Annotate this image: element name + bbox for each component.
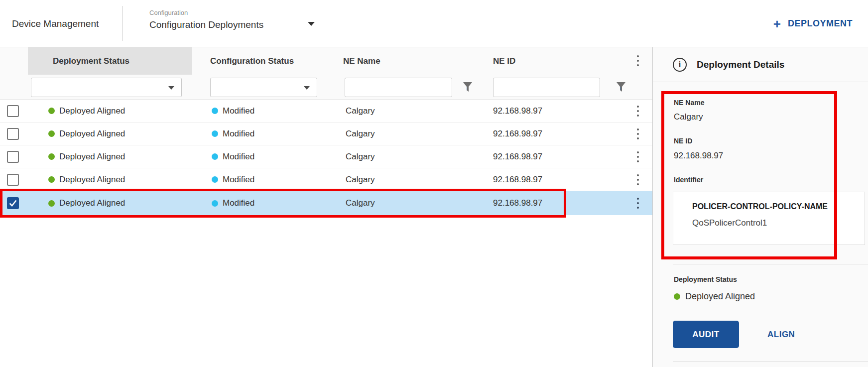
column-header-configuration-status[interactable]: Configuration Status: [210, 47, 294, 75]
column-header-ne-name[interactable]: NE Name: [343, 47, 380, 75]
kebab-menu-icon[interactable]: [633, 53, 642, 68]
table-row[interactable]: Deployed Aligned Modified Calgary 92.168…: [0, 100, 652, 122]
deployment-status-field-label: Deployment Status: [674, 275, 737, 283]
ne-id-filter-input[interactable]: [494, 78, 600, 97]
status-dot-green: [48, 108, 55, 114]
table-body: Deployed Aligned Modified Calgary 92.168…: [0, 100, 652, 215]
ne-id-value: 92.168.98.97: [493, 145, 542, 168]
status-dot-cyan: [212, 153, 218, 160]
page-title: Device Management: [12, 0, 99, 47]
plus-icon: +: [773, 17, 781, 30]
deployments-table: Deployment Status Configuration Status N…: [0, 47, 652, 367]
configuration-status-value: Modified: [223, 175, 254, 185]
row-checkbox[interactable]: [7, 151, 19, 163]
row-checkbox[interactable]: [7, 174, 19, 186]
ne-name-filter-input[interactable]: [345, 78, 452, 97]
ne-name-value: Calgary: [346, 191, 375, 215]
view-selector-label: Configuration: [149, 9, 263, 17]
ne-id-field-label: NE ID: [674, 137, 692, 145]
table-row[interactable]: Deployed Aligned Modified Calgary 92.168…: [0, 145, 652, 168]
ne-name-value: Calgary: [346, 145, 375, 168]
table-header-row: Deployment Status Configuration Status N…: [0, 47, 652, 75]
caret-down-icon[interactable]: [308, 22, 315, 26]
add-deployment-button[interactable]: + DEPLOYMENT: [773, 0, 853, 47]
table-row[interactable]: Deployed Aligned Modified Calgary 92.168…: [0, 168, 652, 191]
panel-header: i Deployment Details: [653, 47, 868, 82]
filter-funnel-icon[interactable]: [462, 81, 473, 93]
deployment-status-value: Deployed Aligned: [59, 106, 125, 116]
deployment-status-value: Deployed Aligned: [59, 129, 125, 139]
ne-id-filter-field: [493, 78, 600, 97]
deployment-status-field-value: Deployed Aligned: [685, 291, 755, 302]
ne-name-value: Calgary: [346, 122, 375, 145]
configuration-status-value: Modified: [223, 106, 254, 116]
configuration-status-value: Modified: [223, 152, 254, 162]
panel-divider: [673, 361, 868, 362]
view-selector-dropdown[interactable]: Configuration Configuration Deployments: [149, 9, 263, 31]
deployment-status-value: Deployed Aligned: [59, 152, 125, 162]
panel-divider: [673, 264, 868, 264]
kebab-menu-icon[interactable]: [633, 149, 642, 164]
status-dot-green: [674, 293, 680, 300]
status-dot-green: [48, 176, 55, 183]
caret-down-icon: [168, 86, 174, 90]
identifier-name: POLICER-CONTROL-POLICY-NAME: [692, 202, 828, 211]
status-dot-cyan: [212, 200, 218, 207]
deployment-status-value: Deployed Aligned: [59, 198, 125, 208]
ne-id-value: 92.168.98.97: [493, 191, 542, 215]
configuration-status-filter-select[interactable]: [210, 78, 317, 97]
kebab-menu-icon[interactable]: [633, 104, 642, 119]
status-dot-green: [48, 200, 55, 207]
add-deployment-label: DEPLOYMENT: [788, 18, 853, 29]
table-row-selected[interactable]: Deployed Aligned Modified Calgary 92.168…: [0, 191, 652, 215]
audit-button[interactable]: AUDIT: [673, 321, 739, 348]
row-checkbox-checked[interactable]: [7, 197, 19, 209]
deployment-details-panel: i Deployment Details NE Name Calgary NE …: [652, 47, 868, 367]
column-header-ne-id[interactable]: NE ID: [493, 47, 515, 75]
status-dot-green: [48, 153, 55, 160]
status-dot-cyan: [212, 108, 218, 114]
ne-name-value: Calgary: [346, 100, 375, 122]
column-header-deployment-status[interactable]: Deployment Status: [28, 47, 192, 75]
status-dot-cyan: [212, 176, 218, 183]
ne-id-value: 92.168.98.97: [493, 122, 542, 145]
view-selector-value: Configuration Deployments: [149, 18, 263, 31]
deployment-status-filter-select[interactable]: [31, 78, 182, 97]
filter-funnel-icon[interactable]: [616, 81, 626, 93]
status-dot-green: [48, 130, 55, 137]
ne-id-field-value: 92.168.98.97: [674, 151, 723, 161]
ne-id-value: 92.168.98.97: [493, 168, 542, 191]
panel-title: Deployment Details: [697, 47, 784, 82]
ne-name-value: Calgary: [346, 168, 375, 191]
kebab-menu-icon[interactable]: [633, 196, 642, 211]
ne-name-field-value: Calgary: [674, 112, 703, 122]
filter-row: [0, 75, 652, 100]
ne-name-field-label: NE Name: [674, 99, 704, 107]
table-row[interactable]: Deployed Aligned Modified Calgary 92.168…: [0, 122, 652, 145]
status-dot-cyan: [212, 130, 218, 137]
checkmark-icon: [9, 200, 17, 207]
ne-id-value: 92.168.98.97: [493, 100, 542, 122]
device-management-screen: Device Management Configuration Configur…: [0, 0, 868, 367]
caret-down-icon: [304, 86, 310, 90]
row-checkbox[interactable]: [7, 105, 19, 117]
configuration-status-value: Modified: [223, 129, 254, 139]
identifier-field-label: Identifier: [674, 176, 703, 184]
header-divider: [122, 6, 123, 41]
kebab-menu-icon[interactable]: [633, 126, 642, 141]
identifier-box: POLICER-CONTROL-POLICY-NAME QoSPolicerCo…: [673, 192, 865, 245]
top-bar: Device Management Configuration Configur…: [0, 0, 868, 47]
align-button[interactable]: ALIGN: [761, 321, 801, 348]
deployment-status-value: Deployed Aligned: [59, 175, 125, 185]
ne-name-filter-field: [345, 78, 452, 97]
identifier-value: QoSPolicerControl1: [692, 218, 767, 228]
info-icon: i: [673, 58, 687, 72]
configuration-status-value: Modified: [223, 198, 254, 208]
row-checkbox[interactable]: [7, 128, 19, 140]
kebab-menu-icon[interactable]: [633, 172, 642, 187]
